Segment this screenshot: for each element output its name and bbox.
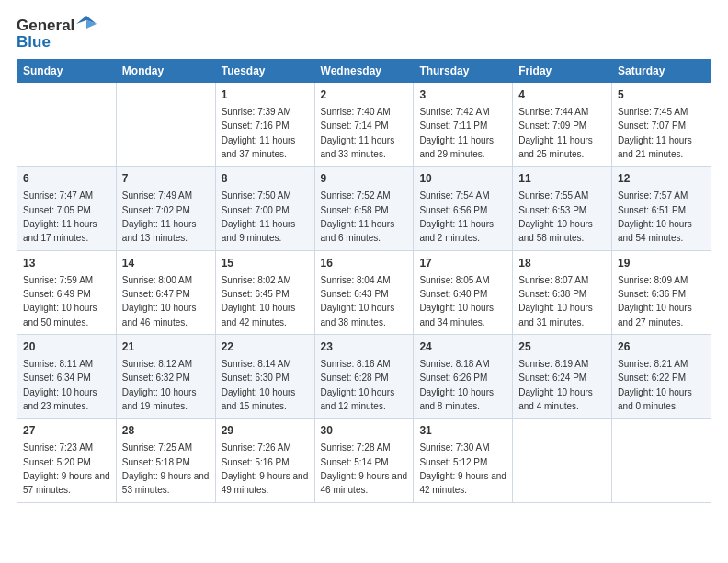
calendar-cell: 23Sunrise: 8:16 AM Sunset: 6:28 PM Dayli… xyxy=(314,335,414,419)
calendar-cell: 22Sunrise: 8:14 AM Sunset: 6:30 PM Dayli… xyxy=(215,335,314,419)
day-info: Sunrise: 7:23 AM Sunset: 5:20 PM Dayligh… xyxy=(23,442,110,495)
day-info: Sunrise: 8:00 AM Sunset: 6:47 PM Dayligh… xyxy=(122,275,197,327)
calendar-cell xyxy=(116,83,215,167)
calendar-cell: 11Sunrise: 7:55 AM Sunset: 6:53 PM Dayli… xyxy=(513,167,612,250)
day-number: 13 xyxy=(23,256,110,271)
day-info: Sunrise: 7:54 AM Sunset: 6:56 PM Dayligh… xyxy=(419,190,494,243)
calendar-cell: 4Sunrise: 7:44 AM Sunset: 7:09 PM Daylig… xyxy=(513,83,612,167)
calendar-cell: 13Sunrise: 7:59 AM Sunset: 6:49 PM Dayli… xyxy=(17,250,117,334)
day-number: 15 xyxy=(222,256,309,271)
day-number: 17 xyxy=(419,256,506,271)
calendar-cell: 9Sunrise: 7:52 AM Sunset: 6:58 PM Daylig… xyxy=(314,167,414,250)
day-number: 29 xyxy=(222,423,309,439)
day-number: 16 xyxy=(321,256,408,271)
day-info: Sunrise: 7:52 AM Sunset: 6:58 PM Dayligh… xyxy=(321,190,395,243)
day-number: 3 xyxy=(419,87,506,103)
logo: General Blue xyxy=(17,17,97,52)
weekday-header-friday: Friday xyxy=(513,60,612,83)
logo-bird-icon xyxy=(76,16,97,32)
day-number: 8 xyxy=(222,171,309,187)
day-number: 11 xyxy=(518,171,606,187)
day-info: Sunrise: 8:07 AM Sunset: 6:38 PM Dayligh… xyxy=(518,275,593,327)
weekday-header-tuesday: Tuesday xyxy=(215,60,314,83)
page: General Blue SundayMondayTuesdayWednesda… xyxy=(0,0,728,512)
day-info: Sunrise: 8:04 AM Sunset: 6:43 PM Dayligh… xyxy=(321,275,395,327)
calendar-cell: 15Sunrise: 8:02 AM Sunset: 6:45 PM Dayli… xyxy=(215,250,314,334)
day-number: 9 xyxy=(321,171,408,187)
logo-line1: General xyxy=(17,17,74,35)
day-number: 10 xyxy=(419,171,506,187)
weekday-header: SundayMondayTuesdayWednesdayThursdayFrid… xyxy=(17,60,711,83)
day-info: Sunrise: 7:44 AM Sunset: 7:09 PM Dayligh… xyxy=(518,107,593,159)
calendar-cell: 12Sunrise: 7:57 AM Sunset: 6:51 PM Dayli… xyxy=(612,167,711,250)
day-info: Sunrise: 7:49 AM Sunset: 7:02 PM Dayligh… xyxy=(122,190,197,243)
day-number: 14 xyxy=(122,256,210,271)
calendar-cell: 29Sunrise: 7:26 AM Sunset: 5:16 PM Dayli… xyxy=(215,419,314,502)
calendar-cell: 21Sunrise: 8:12 AM Sunset: 6:32 PM Dayli… xyxy=(116,335,215,419)
calendar-cell: 25Sunrise: 8:19 AM Sunset: 6:24 PM Dayli… xyxy=(513,335,612,419)
calendar-table: SundayMondayTuesdayWednesdayThursdayFrid… xyxy=(17,59,711,503)
day-info: Sunrise: 8:12 AM Sunset: 6:32 PM Dayligh… xyxy=(122,359,197,411)
calendar-cell: 18Sunrise: 8:07 AM Sunset: 6:38 PM Dayli… xyxy=(513,250,612,334)
calendar-cell: 6Sunrise: 7:47 AM Sunset: 7:05 PM Daylig… xyxy=(17,167,117,250)
header: General Blue xyxy=(17,17,711,52)
weekday-header-sunday: Sunday xyxy=(17,60,117,83)
day-info: Sunrise: 7:26 AM Sunset: 5:16 PM Dayligh… xyxy=(222,442,309,495)
day-info: Sunrise: 8:21 AM Sunset: 6:22 PM Dayligh… xyxy=(618,359,692,411)
calendar-cell: 27Sunrise: 7:23 AM Sunset: 5:20 PM Dayli… xyxy=(17,419,117,502)
day-info: Sunrise: 7:30 AM Sunset: 5:12 PM Dayligh… xyxy=(419,442,506,495)
day-number: 28 xyxy=(122,423,210,439)
day-info: Sunrise: 7:25 AM Sunset: 5:18 PM Dayligh… xyxy=(122,442,210,495)
calendar-cell: 10Sunrise: 7:54 AM Sunset: 6:56 PM Dayli… xyxy=(414,167,513,250)
calendar-cell: 17Sunrise: 8:05 AM Sunset: 6:40 PM Dayli… xyxy=(414,250,513,334)
calendar-cell: 20Sunrise: 8:11 AM Sunset: 6:34 PM Dayli… xyxy=(17,335,117,419)
calendar-cell: 5Sunrise: 7:45 AM Sunset: 7:07 PM Daylig… xyxy=(612,83,711,167)
calendar-cell: 19Sunrise: 8:09 AM Sunset: 6:36 PM Dayli… xyxy=(612,250,711,334)
day-number: 22 xyxy=(222,339,309,355)
calendar-cell: 30Sunrise: 7:28 AM Sunset: 5:14 PM Dayli… xyxy=(314,419,414,502)
calendar-cell: 24Sunrise: 8:18 AM Sunset: 6:26 PM Dayli… xyxy=(414,335,513,419)
day-number: 25 xyxy=(518,339,606,355)
day-info: Sunrise: 8:11 AM Sunset: 6:34 PM Dayligh… xyxy=(23,359,97,411)
week-row-4: 20Sunrise: 8:11 AM Sunset: 6:34 PM Dayli… xyxy=(17,335,711,419)
logo-graphic: General Blue xyxy=(17,17,97,52)
day-info: Sunrise: 7:59 AM Sunset: 6:49 PM Dayligh… xyxy=(23,275,97,327)
day-info: Sunrise: 8:02 AM Sunset: 6:45 PM Dayligh… xyxy=(222,275,296,327)
day-number: 21 xyxy=(122,339,210,355)
day-info: Sunrise: 8:19 AM Sunset: 6:24 PM Dayligh… xyxy=(518,359,593,411)
day-number: 12 xyxy=(618,171,705,187)
calendar-cell: 14Sunrise: 8:00 AM Sunset: 6:47 PM Dayli… xyxy=(116,250,215,334)
day-number: 2 xyxy=(321,87,408,103)
day-info: Sunrise: 7:28 AM Sunset: 5:14 PM Dayligh… xyxy=(321,442,408,495)
day-info: Sunrise: 7:42 AM Sunset: 7:11 PM Dayligh… xyxy=(419,107,494,159)
day-info: Sunrise: 7:55 AM Sunset: 6:53 PM Dayligh… xyxy=(518,190,593,243)
day-number: 6 xyxy=(23,171,110,187)
day-info: Sunrise: 7:39 AM Sunset: 7:16 PM Dayligh… xyxy=(222,107,296,159)
day-number: 23 xyxy=(321,339,408,355)
day-number: 4 xyxy=(518,87,606,103)
day-info: Sunrise: 8:18 AM Sunset: 6:26 PM Dayligh… xyxy=(419,359,494,411)
day-info: Sunrise: 8:09 AM Sunset: 6:36 PM Dayligh… xyxy=(618,275,692,327)
weekday-header-thursday: Thursday xyxy=(414,60,513,83)
calendar-cell: 31Sunrise: 7:30 AM Sunset: 5:12 PM Dayli… xyxy=(414,419,513,502)
calendar-cell: 26Sunrise: 8:21 AM Sunset: 6:22 PM Dayli… xyxy=(612,335,711,419)
day-number: 5 xyxy=(618,87,705,103)
day-number: 18 xyxy=(518,256,606,271)
weekday-header-monday: Monday xyxy=(116,60,215,83)
calendar-body: 1Sunrise: 7:39 AM Sunset: 7:16 PM Daylig… xyxy=(17,83,711,503)
day-info: Sunrise: 8:14 AM Sunset: 6:30 PM Dayligh… xyxy=(222,359,296,411)
day-info: Sunrise: 7:47 AM Sunset: 7:05 PM Dayligh… xyxy=(23,190,97,243)
day-info: Sunrise: 7:57 AM Sunset: 6:51 PM Dayligh… xyxy=(618,190,692,243)
calendar-cell: 2Sunrise: 7:40 AM Sunset: 7:14 PM Daylig… xyxy=(314,83,414,167)
day-info: Sunrise: 7:45 AM Sunset: 7:07 PM Dayligh… xyxy=(618,107,692,159)
week-row-3: 13Sunrise: 7:59 AM Sunset: 6:49 PM Dayli… xyxy=(17,250,711,334)
calendar-cell: 28Sunrise: 7:25 AM Sunset: 5:18 PM Dayli… xyxy=(116,419,215,502)
calendar-cell xyxy=(612,419,711,502)
calendar-cell xyxy=(513,419,612,502)
day-number: 1 xyxy=(222,87,309,103)
day-info: Sunrise: 8:16 AM Sunset: 6:28 PM Dayligh… xyxy=(321,359,395,411)
day-info: Sunrise: 7:40 AM Sunset: 7:14 PM Dayligh… xyxy=(321,107,395,159)
weekday-header-saturday: Saturday xyxy=(612,60,711,83)
day-number: 27 xyxy=(23,423,110,439)
day-number: 20 xyxy=(23,339,110,355)
